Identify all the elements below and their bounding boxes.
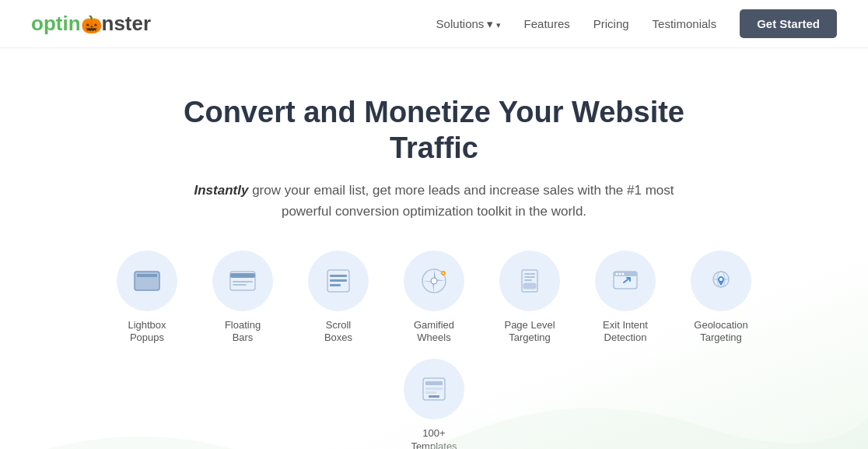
lightbox-icon — [131, 265, 163, 296]
feature-scroll-boxes[interactable]: ScrollBoxes — [298, 251, 380, 346]
navbar: optin🎃nster Solutions ▾ Features Pricing… — [0, 0, 868, 48]
geolocation-icon — [705, 265, 737, 296]
exit-intent-label: Exit IntentDetection — [603, 319, 648, 346]
hero-headline: Convert and Monetize Your Website Traffi… — [142, 95, 726, 166]
nav-links: Solutions ▾ Features Pricing Testimonial… — [436, 9, 837, 38]
page-level-icon-wrap — [499, 251, 560, 311]
svg-rect-29 — [523, 283, 536, 289]
svg-rect-9 — [137, 274, 157, 277]
svg-rect-10 — [137, 279, 157, 281]
nav-solutions[interactable]: Solutions ▾ — [436, 17, 501, 31]
svg-rect-28 — [524, 279, 532, 281]
templates-label: 100+Templates — [411, 427, 457, 449]
feature-gamified[interactable]: GamifiedWheels — [394, 251, 475, 346]
floating-bars-label: FloatingBars — [225, 319, 261, 346]
svg-point-33 — [619, 272, 621, 275]
svg-rect-19 — [330, 284, 341, 286]
gamified-icon — [418, 265, 450, 296]
svg-rect-42 — [425, 391, 436, 394]
page-level-label: Page LevelTargeting — [504, 319, 555, 346]
svg-rect-43 — [429, 395, 439, 398]
nav-pricing[interactable]: Pricing — [593, 17, 629, 30]
svg-point-34 — [622, 272, 625, 275]
svg-rect-40 — [425, 381, 443, 385]
lightbox-icon-wrap — [117, 251, 177, 311]
geolocation-icon-wrap — [691, 251, 751, 311]
exit-intent-icon-wrap — [595, 251, 656, 311]
svg-rect-27 — [524, 276, 535, 278]
page-level-icon — [514, 265, 545, 296]
svg-rect-13 — [230, 273, 255, 278]
feature-floating-bars[interactable]: FloatingBars — [202, 251, 284, 346]
svg-rect-41 — [425, 388, 443, 390]
feature-geolocation[interactable]: GeolocationTargeting — [681, 251, 762, 346]
svg-point-21 — [431, 278, 437, 284]
svg-rect-17 — [330, 275, 347, 277]
svg-rect-26 — [524, 273, 535, 275]
scroll-boxes-icon-wrap — [308, 251, 369, 311]
feature-exit-intent[interactable]: Exit IntentDetection — [585, 251, 667, 346]
svg-point-32 — [616, 272, 618, 275]
logo-optin: optin — [31, 12, 81, 35]
templates-icon-wrap — [404, 359, 464, 419]
feature-templates[interactable]: 100+Templates — [394, 359, 475, 449]
floating-bars-icon — [227, 265, 258, 296]
gamified-label: GamifiedWheels — [414, 319, 454, 346]
feature-page-level[interactable]: Page LevelTargeting — [489, 251, 571, 346]
scroll-boxes-icon — [323, 265, 354, 296]
svg-point-38 — [719, 278, 723, 281]
gamified-icon-wrap — [404, 251, 464, 311]
feature-lightbox[interactable]: LightboxPopups — [107, 251, 188, 346]
logo-monster-text: nster — [102, 12, 152, 35]
logo[interactable]: optin🎃nster — [31, 12, 151, 36]
svg-rect-18 — [330, 279, 347, 282]
logo-monster-icon: 🎃 — [81, 15, 102, 34]
hero-subtext: Instantly grow your email list, get more… — [193, 180, 675, 222]
hero-section: Convert and Monetize Your Website Traffi… — [0, 48, 868, 449]
templates-icon — [418, 374, 450, 405]
scroll-boxes-label: ScrollBoxes — [324, 319, 352, 346]
svg-rect-15 — [233, 284, 247, 286]
nav-testimonials[interactable]: Testimonials — [653, 17, 717, 30]
svg-rect-14 — [233, 281, 253, 282]
features-row: LightboxPopups FloatingBars — [84, 251, 784, 449]
nav-features[interactable]: Features — [524, 17, 570, 30]
geolocation-label: GeolocationTargeting — [694, 319, 747, 346]
floating-bars-icon-wrap — [212, 251, 273, 311]
lightbox-label: LightboxPopups — [128, 319, 166, 346]
nav-get-started-button[interactable]: Get Started — [740, 9, 837, 38]
svg-rect-11 — [137, 282, 151, 284]
exit-intent-icon — [610, 265, 641, 296]
hero-subtext-em: Instantly — [194, 183, 249, 198]
